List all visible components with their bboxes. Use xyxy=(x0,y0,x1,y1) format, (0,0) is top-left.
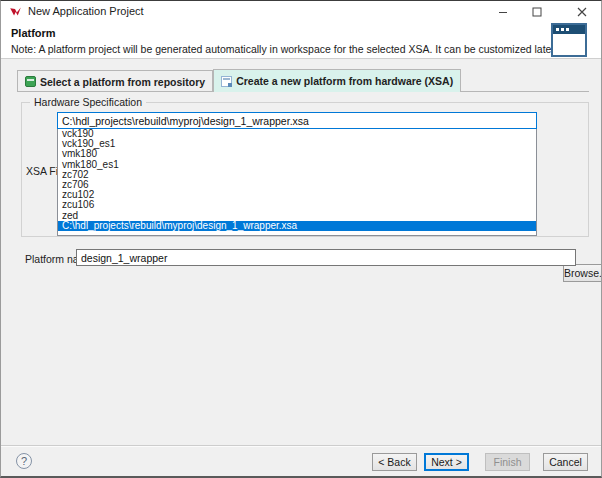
new-hardware-platform-icon xyxy=(221,76,232,87)
xilinx-logo-icon xyxy=(9,5,22,18)
dropdown-item[interactable]: vck190 xyxy=(58,129,536,139)
wizard-window-icon xyxy=(551,23,587,57)
finish-button[interactable]: Finish xyxy=(485,453,530,471)
minimize-icon[interactable] xyxy=(488,1,518,23)
xsa-file-dropdown-list: vck190 vck190_es1 vmk180 vmk180_es1 zc70… xyxy=(57,129,537,236)
dropdown-item[interactable]: zcu106 xyxy=(58,200,536,210)
xsa-file-combo-value: C:\hdl_projects\rebuild\myproj\design_1_… xyxy=(62,115,309,127)
window-title: New Application Project xyxy=(28,5,144,17)
browse-button[interactable]: Browse... xyxy=(563,264,602,282)
banner-note: Note: A platform project will be generat… xyxy=(11,43,557,55)
maximize-icon[interactable] xyxy=(522,1,552,23)
dropdown-item[interactable]: vmk180 xyxy=(58,149,536,159)
xsa-file-combo-input[interactable]: C:\hdl_projects\rebuild\myproj\design_1_… xyxy=(57,112,537,129)
back-button[interactable]: < Back xyxy=(372,453,417,471)
next-button[interactable]: Next > xyxy=(424,453,469,471)
help-question-icon: ? xyxy=(21,455,27,467)
wizard-window-icon-titlebar xyxy=(553,25,585,34)
platform-name-input[interactable] xyxy=(76,249,576,266)
platform-source-tabbar: Select a platform from repository Create… xyxy=(17,69,589,92)
hardware-specification-group: Hardware Specification XSA File: C:\hdl_… xyxy=(21,102,589,237)
footer-separator xyxy=(1,445,601,447)
dropdown-item[interactable]: vmk180_es1 xyxy=(58,160,536,170)
dropdown-item-selected[interactable]: C:\hdl_projects\rebuild\myproj\design_1_… xyxy=(58,221,536,231)
hardware-specification-label: Hardware Specification xyxy=(30,96,146,108)
dropdown-item[interactable]: zcu102 xyxy=(58,190,536,200)
tab-select-platform-from-repository[interactable]: Select a platform from repository xyxy=(17,70,213,92)
titlebar: New Application Project xyxy=(1,1,601,23)
wizard-banner: Platform Note: A platform project will b… xyxy=(1,23,601,59)
close-icon[interactable] xyxy=(567,1,597,23)
page-title: Platform xyxy=(11,27,56,39)
dropdown-item[interactable]: zc702 xyxy=(58,170,536,180)
dropdown-item[interactable]: zc706 xyxy=(58,180,536,190)
tab-create-platform-from-hardware[interactable]: Create a new platform from hardware (XSA… xyxy=(213,69,461,92)
dropdown-item[interactable]: vck190_es1 xyxy=(58,139,536,149)
tab-label: Create a new platform from hardware (XSA… xyxy=(236,75,453,87)
new-application-project-dialog: New Application Project Platform Note: A… xyxy=(0,0,602,478)
cancel-button[interactable]: Cancel xyxy=(543,453,588,471)
repository-platform-icon xyxy=(25,76,36,87)
tab-label: Select a platform from repository xyxy=(40,76,205,88)
help-button[interactable]: ? xyxy=(16,453,32,469)
